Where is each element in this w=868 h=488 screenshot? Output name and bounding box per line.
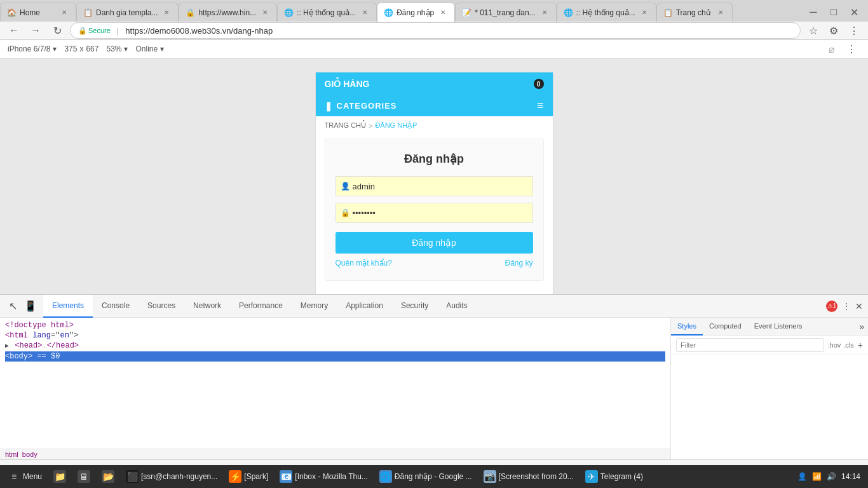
bc-html[interactable]: html <box>5 451 18 458</box>
address-separator: | <box>114 26 121 36</box>
devtools-tab-network[interactable]: Network <box>184 295 230 318</box>
categories-bar[interactable]: ❚ CATEGORIES ≡ <box>316 95 553 116</box>
tag-icon: ⌀ <box>829 44 835 55</box>
minimize-button[interactable]: ─ <box>804 3 822 21</box>
back-button[interactable]: ← <box>5 22 23 39</box>
device-more-button[interactable]: ⋮ <box>843 40 860 58</box>
devtools-tab-console[interactable]: Console <box>93 295 139 318</box>
devtools-tab-sources[interactable]: Sources <box>139 295 184 318</box>
taskbar-terminal[interactable]: ⬛ [ssn@chanh-nguyen... <box>121 467 222 486</box>
address-input[interactable]: 🔒 Secure | https://demo6008.web30s.vn/da… <box>70 22 801 39</box>
styles-expand-icon[interactable]: » <box>859 322 868 332</box>
html-line-html: <html lang="en"> <box>5 330 665 341</box>
reload-button[interactable]: ↻ <box>48 22 66 39</box>
styles-tab-event-listeners[interactable]: Event Listeners <box>748 318 809 336</box>
login-title: Đăng nhập <box>336 152 533 166</box>
devtools-cursor-icon[interactable]: ↖ <box>5 299 20 314</box>
devtools-tab-security[interactable]: Security <box>392 295 437 318</box>
settings-button[interactable]: ⚙ <box>825 22 843 39</box>
tab-home[interactable]: 🏠 Home ✕ <box>0 3 76 22</box>
more-button[interactable]: ⋮ <box>845 22 863 39</box>
devtools-tab-application[interactable]: Application <box>337 295 392 318</box>
address-bar: ← → ↻ 🔒 Secure | https://demo6008.web30s… <box>0 22 868 40</box>
devtools-close-icon[interactable]: ✕ <box>855 301 863 311</box>
taskbar: ≡ Menu 📁 🖥 📂 ⬛ [ssn@chanh-nguyen... ⚡ [S… <box>0 465 868 488</box>
tab-favicon-3: 🔒 <box>186 8 194 17</box>
collapse-triangle: ▶ <box>5 342 9 349</box>
hamburger-icon[interactable]: ≡ <box>537 99 544 112</box>
network-dropdown-icon: ▾ <box>160 44 164 53</box>
hov-option[interactable]: :hov <box>828 341 841 349</box>
tab-hinhlab[interactable]: 🔒 https://www.hin... ✕ <box>179 3 277 22</box>
styles-tab-computed[interactable]: Computed <box>703 318 748 336</box>
devtools-tab-performance[interactable]: Performance <box>230 295 292 318</box>
devtools-icons: ⚠ 1 ⋮ ✕ <box>826 301 863 312</box>
bookmark-button[interactable]: ☆ <box>804 22 822 39</box>
devtools-tab-audits[interactable]: Audits <box>437 295 476 318</box>
tab-label-6: * 011_trang đan... <box>475 8 535 17</box>
categories-text: CATEGORIES <box>337 101 397 111</box>
device-toolbar: iPhone 6/7/8 ▾ 375 x 667 53% ▾ Online ▾ … <box>0 40 868 58</box>
tab-close-2[interactable]: ✕ <box>161 8 172 18</box>
shop-header: GIỎ HÀNG 0 <box>316 72 553 95</box>
styles-tabs: Styles Computed Event Listeners » <box>671 318 868 336</box>
tab-close-6[interactable]: ✕ <box>539 8 550 18</box>
dimension-x: x <box>79 44 83 53</box>
taskbar-files[interactable]: 📁 <box>48 467 71 486</box>
taskbar-display[interactable]: 🖥 <box>72 467 95 486</box>
taskbar-email[interactable]: 📧 [Inbox - Mozilla Thu... <box>275 467 373 486</box>
tab-label-home: Home <box>20 8 55 17</box>
tab-dang-nhap[interactable]: 🌐 Đăng nhập ✕ <box>377 3 455 22</box>
taskbar-spark[interactable]: ⚡ [Spark] <box>224 467 273 486</box>
taskbar-screenshot[interactable]: 📷 [Screenshot from 20... <box>478 467 579 486</box>
device-selector[interactable]: iPhone 6/7/8 ▾ <box>8 44 57 53</box>
menu-icon: ≡ <box>8 470 20 483</box>
devtools-mobile-icon[interactable]: 📱 <box>23 299 38 314</box>
tab-close-3[interactable]: ✕ <box>260 8 270 18</box>
terminal-label: [ssn@chanh-nguyen... <box>141 472 217 481</box>
zoom-selector[interactable]: 53% ▾ <box>106 44 128 53</box>
tab-favicon-4: 🌐 <box>284 8 293 17</box>
devtools-more-icon[interactable]: ⋮ <box>843 302 850 311</box>
username-input[interactable] <box>336 176 533 196</box>
taskbar-folder[interactable]: 📂 <box>97 467 119 486</box>
bc-body[interactable]: body <box>22 451 37 458</box>
tab-danh-gia[interactable]: 📋 Danh gia templa... ✕ <box>76 3 179 22</box>
devtools-tab-memory[interactable]: Memory <box>292 295 337 318</box>
close-window-button[interactable]: ✕ <box>845 3 863 21</box>
tab-close-5[interactable]: ✕ <box>438 8 448 18</box>
lock-icon: 🔒 <box>341 208 350 217</box>
filter-add-icon[interactable]: + <box>858 340 863 350</box>
tab-close-8[interactable]: ✕ <box>715 8 726 18</box>
styles-filter-input[interactable] <box>676 338 824 352</box>
tab-trang-chu[interactable]: 📋 Trang chủ ✕ <box>656 3 733 22</box>
password-input[interactable] <box>336 203 533 223</box>
tab-close-home[interactable]: ✕ <box>59 8 69 18</box>
tab-close-7[interactable]: ✕ <box>639 8 649 18</box>
tab-011[interactable]: 📝 * 011_trang đan... ✕ <box>455 3 556 22</box>
devtools-tab-elements[interactable]: Elements <box>43 295 93 318</box>
taskbar-telegram[interactable]: ✈ Telegram (4) <box>580 467 648 486</box>
tab-close-4[interactable]: ✕ <box>360 8 370 18</box>
tab-he-thong-2[interactable]: 🌐 :: Hệ thống quả... ✕ <box>557 3 656 22</box>
zoom-level: 53% <box>106 44 121 53</box>
html-line-body[interactable]: <body> == $0 <box>5 351 665 362</box>
cls-option[interactable]: .cls <box>843 341 854 349</box>
styles-tab-styles[interactable]: Styles <box>671 318 703 336</box>
register-link[interactable]: Đăng ký <box>505 259 532 268</box>
taskbar-menu[interactable]: ≡ Menu <box>3 467 47 486</box>
network-throttle-selector[interactable]: Online ▾ <box>135 44 164 53</box>
breadcrumb-home-link[interactable]: TRANG CHỦ <box>325 121 366 130</box>
forgot-password-link[interactable]: Quên mật khẩu? <box>336 259 392 268</box>
tab-he-thong-1[interactable]: 🌐 :: Hệ thống quả... ✕ <box>277 3 377 22</box>
html-line-head[interactable]: ▶ <head>…</head> <box>5 341 665 351</box>
cart-label: GIỎ HÀNG <box>325 79 370 89</box>
forward-button[interactable]: → <box>27 22 44 39</box>
taskbar-browser[interactable]: 🌐 Đăng nhập - Google ... <box>374 467 477 486</box>
tab-bar-controls: ─ □ ✕ <box>804 3 868 21</box>
login-button[interactable]: Đăng nhập <box>336 232 533 254</box>
address-url: https://demo6008.web30s.vn/dang-nhap <box>125 26 273 36</box>
maximize-button[interactable]: □ <box>825 3 843 21</box>
zoom-dropdown-icon: ▾ <box>124 44 128 53</box>
devtools-tab-bar: ↖ 📱 Elements Console Sources Network Per… <box>0 295 868 318</box>
